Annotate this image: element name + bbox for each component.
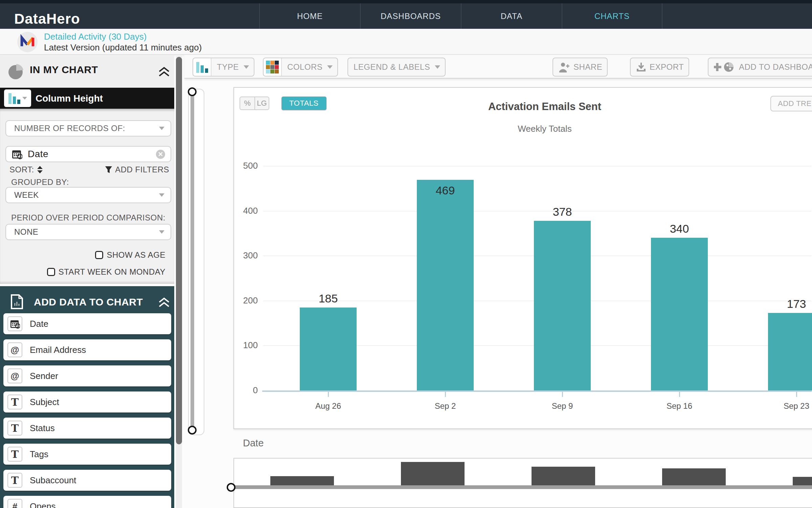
overview-bar (793, 477, 812, 486)
show-as-age-checkbox[interactable]: SHOW AS AGE (95, 250, 165, 260)
add-data-item-label: Subaccount (30, 475, 76, 486)
text-icon: T (7, 447, 22, 462)
x-tick (562, 392, 563, 397)
bar-value-label: 173 (768, 297, 812, 311)
y-range-slider-bottom-handle[interactable] (188, 426, 197, 435)
add-data-item-date[interactable]: Date (3, 313, 171, 334)
start-week-monday-checkbox[interactable]: START WEEK ON MONDAY (47, 267, 165, 277)
share-button[interactable]: SHARE (552, 58, 608, 77)
colors-button[interactable]: COLORS (263, 58, 338, 77)
add-data-item-label: Status (30, 423, 55, 433)
add-data-item-label: Tags (30, 449, 48, 460)
x-tick-label: Aug 26 (298, 401, 359, 411)
series-config-panel: NUMBER OF RECORDS OF: Date ✕ SORT: ADD F… (0, 109, 174, 284)
remove-field-icon[interactable]: ✕ (156, 150, 165, 159)
field-chip-date[interactable]: Date ✕ (5, 146, 171, 162)
aggregation-dropdown[interactable]: NUMBER OF RECORDS OF: (5, 120, 171, 136)
chart-subtitle: Weekly Totals (304, 124, 785, 134)
person-plus-icon (559, 62, 570, 72)
bar-value-label: 469 (417, 184, 474, 197)
x-tick (445, 392, 446, 397)
overview-baseline (233, 485, 812, 489)
number-icon: # (7, 499, 22, 508)
y-range-slider-bar[interactable] (190, 92, 194, 430)
bar-chart-icon (8, 92, 20, 104)
bar-value-label: 378 (534, 205, 591, 218)
add-data-item-sender[interactable]: @Sender (3, 365, 171, 386)
y-tick-label: 200 (217, 295, 258, 306)
chart-title: Activation Emails Sent (304, 101, 785, 113)
add-data-list: Date@Email Address@SenderTSubjectTStatus… (0, 286, 174, 508)
grouped-by-dropdown[interactable]: WEEK (5, 187, 171, 203)
at-icon: @ (7, 342, 22, 357)
add-data-item-tags[interactable]: TTags (3, 444, 171, 465)
color-swatch (270, 61, 274, 65)
nav-item-home[interactable]: HOME (259, 3, 360, 29)
nav-item-dashboards[interactable]: DASHBOARDS (360, 3, 461, 29)
x-tick (328, 392, 329, 397)
text-icon: T (7, 421, 22, 436)
in-my-chart-header: IN MY CHART (0, 55, 174, 88)
nav-item-data[interactable]: DATA (461, 3, 562, 29)
checkbox-icon (95, 251, 103, 259)
chevron-down-icon (327, 65, 333, 69)
x-tick-label: Sep 23 (766, 401, 812, 411)
breadcrumb-version-text: Latest Version (updated 11 minutes ago) (44, 42, 202, 53)
datahero-logo[interactable]: DataHero (14, 11, 80, 27)
percent-toggle[interactable]: % (240, 97, 254, 109)
add-data-item-subaccount[interactable]: TSubaccount (3, 470, 171, 491)
chart-toolbar: TYPE COLORS LEGEND & LABELS SHARE EXPORT… (184, 55, 812, 79)
sidebar-scrollbar-thumb[interactable] (176, 57, 182, 444)
color-palette-icon (264, 58, 282, 76)
color-swatch (275, 65, 279, 69)
at-icon: @ (7, 368, 22, 383)
color-swatch (270, 69, 274, 73)
calendar-icon (12, 149, 22, 160)
export-button[interactable]: EXPORT (630, 58, 689, 77)
y-range-slider-top-handle[interactable] (188, 87, 197, 96)
add-data-item-email-address[interactable]: @Email Address (3, 339, 171, 360)
column-height-bar: Column Height (0, 88, 174, 109)
bar-sep-23[interactable] (768, 313, 812, 390)
add-data-item-label: Opens (30, 501, 56, 508)
scale-toggle: % LG (240, 97, 269, 110)
checkbox-icon (47, 268, 55, 276)
bar-aug-26[interactable] (300, 308, 357, 390)
add-data-item-opens[interactable]: #Opens (3, 496, 171, 508)
breadcrumb-chart-link[interactable]: Detailed Activity (30 Days) (44, 31, 146, 42)
period-comparison-dropdown[interactable]: NONE (5, 224, 171, 240)
add-filters-button[interactable]: ADD FILTERS (105, 165, 169, 174)
y-tick-label: 500 (217, 161, 258, 171)
collapse-section-icon[interactable] (158, 66, 170, 77)
chevron-down-icon (159, 127, 164, 130)
overview-bar (270, 476, 334, 486)
bar-sep-2[interactable] (417, 180, 474, 390)
color-swatch (270, 65, 274, 69)
overview-bar (401, 462, 465, 486)
top-nav: DataHero HOMEDASHBOARDSDATACHARTS (0, 3, 812, 29)
log-toggle[interactable]: LG (254, 97, 269, 109)
legend-labels-button[interactable]: LEGEND & LABELS (347, 58, 446, 77)
color-swatch (275, 69, 279, 73)
add-data-section: ADD DATA TO CHART Date@Email Address@Sen… (0, 286, 174, 508)
nav-item-charts[interactable]: CHARTS (562, 3, 662, 29)
add-data-item-label: Subject (30, 397, 59, 407)
overview-left-handle[interactable] (227, 483, 235, 492)
bar-sep-9[interactable] (534, 221, 591, 390)
type-button[interactable]: TYPE (193, 58, 254, 77)
chevron-down-icon (435, 65, 440, 69)
add-to-dashboard-button[interactable]: ADD TO DASHBOARD (708, 58, 812, 77)
plus-dashboard-icon (714, 62, 736, 72)
y-tick-label: 300 (217, 250, 258, 261)
add-data-item-label: Email Address (30, 345, 86, 355)
sort-control[interactable]: SORT: (9, 165, 43, 174)
series-type-selector[interactable] (4, 89, 31, 107)
period-comparison-label: PERIOD OVER PERIOD COMPARISON: (11, 213, 165, 223)
nav-menu: HOMEDASHBOARDSDATACHARTS (259, 3, 662, 29)
add-data-item-subject[interactable]: TSubject (3, 391, 171, 412)
bar-value-label: 185 (300, 292, 357, 305)
x-tick-label: Sep 2 (415, 401, 476, 411)
color-swatch (275, 61, 279, 65)
bar-sep-16[interactable] (651, 238, 708, 390)
add-data-item-status[interactable]: TStatus (3, 418, 171, 439)
